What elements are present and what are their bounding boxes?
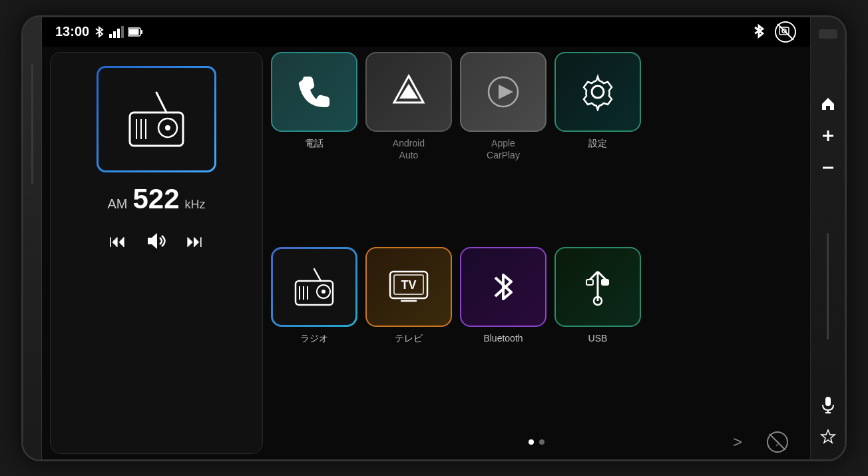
next-button[interactable]: ⏭ <box>186 231 204 252</box>
app-item-android-auto[interactable]: AndroidAuto <box>365 52 452 161</box>
svg-rect-24 <box>296 281 333 305</box>
status-left: 13:00 <box>55 24 142 39</box>
pagination-dot-2[interactable] <box>539 439 544 445</box>
radio-icon-svg <box>120 89 193 149</box>
phone-icon <box>296 74 332 110</box>
device-frame: 13:00 <box>21 15 847 461</box>
tv-icon: TV <box>386 268 431 306</box>
bluetooth-label: Bluetooth <box>483 332 523 344</box>
usb-icon <box>580 266 615 308</box>
svg-line-16 <box>156 93 166 113</box>
carplay-label: AppleCarPlay <box>487 137 520 161</box>
plus-button[interactable] <box>815 120 841 151</box>
svg-line-30 <box>314 269 321 281</box>
home-button[interactable] <box>815 89 841 119</box>
app-item-carplay[interactable]: AppleCarPlay <box>460 52 546 161</box>
app-item-usb[interactable]: USB <box>554 247 641 344</box>
app-item-radio[interactable]: ラジオ <box>271 247 357 344</box>
settings-label: 設定 <box>588 137 607 149</box>
status-bar: 13:00 <box>42 17 810 47</box>
top-indicator <box>819 29 837 39</box>
svg-marker-18 <box>148 233 157 249</box>
status-right <box>752 21 797 43</box>
app-row-1: 電話 AndroidAuto <box>271 52 802 161</box>
radio-band: AM <box>107 196 127 212</box>
right-icon-group-bottom <box>811 389 845 452</box>
svg-point-23 <box>592 86 604 98</box>
pagination-bar: > ♪ <box>271 430 802 454</box>
svg-rect-2 <box>117 29 120 38</box>
svg-rect-39 <box>602 280 608 285</box>
usb-label: USB <box>588 332 608 344</box>
carplay-icon-box[interactable] <box>460 52 546 132</box>
app-item-phone[interactable]: 電話 <box>271 52 357 161</box>
svg-point-17 <box>165 125 170 130</box>
status-time: 13:00 <box>55 24 89 39</box>
star-button[interactable] <box>815 421 841 452</box>
mic-button[interactable] <box>815 389 841 420</box>
svg-rect-5 <box>141 30 143 34</box>
svg-line-37 <box>598 272 606 280</box>
radio-app-label: ラジオ <box>300 332 328 344</box>
prev-button[interactable]: ⏮ <box>109 231 126 252</box>
next-page-arrow[interactable]: > <box>733 433 742 451</box>
android-auto-icon-box[interactable] <box>365 52 452 132</box>
svg-rect-38 <box>586 280 593 285</box>
bluetooth-icon-box[interactable] <box>460 247 546 327</box>
left-bar-decoration <box>31 64 33 184</box>
radio-controls: ⏮ ⏭ <box>109 231 204 252</box>
svg-marker-50 <box>821 430 835 443</box>
content-area: AM 522 kHz ⏮ ⏭ <box>42 47 810 459</box>
svg-line-36 <box>590 272 598 280</box>
android-auto-label: AndroidAuto <box>393 137 425 161</box>
app-row-2: ラジオ TV テレビ <box>271 247 802 344</box>
settings-icon-box[interactable] <box>554 52 641 132</box>
svg-rect-6 <box>129 29 139 35</box>
minus-button[interactable] <box>815 152 841 183</box>
bluetooth-app-icon <box>490 267 517 307</box>
radio-number: 522 <box>132 183 179 215</box>
svg-marker-22 <box>499 85 513 99</box>
bluetooth-icon <box>93 25 105 39</box>
tv-label: テレビ <box>395 332 423 344</box>
signal-icon <box>109 26 124 38</box>
bluetooth-status-icon <box>752 23 766 41</box>
svg-rect-0 <box>109 34 112 38</box>
svg-rect-1 <box>113 31 116 38</box>
android-auto-icon <box>387 71 430 113</box>
right-icon-group <box>811 89 845 183</box>
carplay-icon <box>483 71 524 113</box>
radio-frequency: AM 522 kHz <box>107 183 205 215</box>
svg-rect-11 <box>130 113 183 146</box>
app-grid: 電話 AndroidAuto <box>271 52 802 454</box>
svg-text:TV: TV <box>401 278 416 292</box>
svg-rect-3 <box>121 26 124 38</box>
radio-unit: kHz <box>185 198 206 212</box>
radio2-icon-box[interactable] <box>271 247 357 327</box>
radio2-icon <box>290 266 338 308</box>
svg-point-29 <box>322 290 326 294</box>
left-bar <box>23 17 42 459</box>
no-camera-icon <box>774 21 797 43</box>
app-item-bluetooth[interactable]: Bluetooth <box>460 247 546 344</box>
radio-icon-box[interactable] <box>97 66 216 172</box>
usb-icon-box[interactable] <box>554 247 641 327</box>
app-item-settings[interactable]: 設定 <box>554 52 641 161</box>
pagination-dot-1[interactable] <box>529 439 534 445</box>
phone-icon-box[interactable] <box>271 52 357 132</box>
right-sidebar <box>810 17 845 459</box>
volume-icon[interactable] <box>145 232 168 250</box>
svg-rect-47 <box>825 397 831 406</box>
tv-icon-box[interactable]: TV <box>365 247 452 327</box>
no-sound-icon: ♪ <box>766 431 789 453</box>
app-item-tv[interactable]: TV テレビ <box>365 247 452 344</box>
main-screen: 13:00 <box>42 17 810 459</box>
battery-icon <box>128 27 142 37</box>
radio-widget: AM 522 kHz ⏮ ⏭ <box>50 52 263 454</box>
settings-icon <box>578 73 617 111</box>
phone-label: 電話 <box>305 137 324 149</box>
right-bar-decoration <box>827 233 829 340</box>
